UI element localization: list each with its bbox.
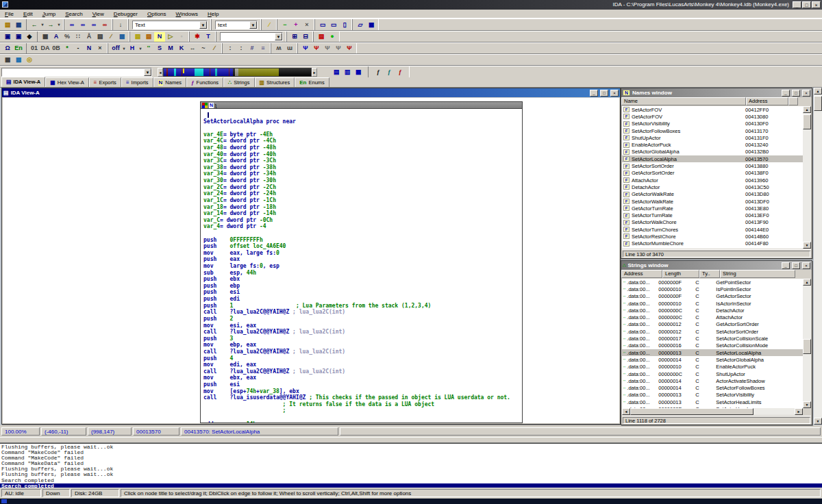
- app-title-bar[interactable]: IDA - C:\Program Files\LucasArts\Monkey …: [0, 0, 822, 10]
- window-vtile-icon[interactable]: ▯: [339, 20, 350, 29]
- calculator-icon[interactable]: ▦: [2, 55, 13, 65]
- delete-icon[interactable]: ×: [301, 20, 312, 29]
- call-graph-icon[interactable]: Ψ: [311, 44, 322, 53]
- strings-row[interactable]: ∙∙.data:00...00000017CSetActorCollisionS…: [622, 335, 803, 342]
- scroll-thumb[interactable]: [803, 339, 811, 354]
- search-next-icon[interactable]: ∞: [77, 20, 88, 29]
- print-icon[interactable]: ▤: [95, 32, 105, 42]
- names-row[interactable]: FSetActorTurnChores004144E0: [622, 226, 803, 233]
- names-row[interactable]: FSetActorGlobalAlpha004132B0: [622, 149, 803, 155]
- search-error-icon[interactable]: ∞: [99, 20, 110, 29]
- names-row[interactable]: FSetActorMumbleChore00414F80: [622, 240, 803, 247]
- code-line[interactable]: [203, 112, 522, 118]
- scroll-left-arrow[interactable]: ◄: [622, 408, 630, 415]
- strings-row[interactable]: ∙∙.data:00...0000000FCGetPointSector: [622, 279, 803, 286]
- strings-row[interactable]: ∙∙.data:00...00000014CActorActivateShado…: [622, 377, 803, 384]
- strings-header-string[interactable]: String: [720, 270, 795, 278]
- palette-icon[interactable]: ▩: [116, 32, 127, 42]
- code-line[interactable]: push 3: [203, 336, 522, 342]
- code-line[interactable]: var_C= dword ptr -0Ch: [203, 217, 522, 224]
- names-close-button[interactable]: ×: [802, 90, 810, 97]
- menu-file[interactable]: File: [0, 10, 18, 18]
- names-row[interactable]: FSetActorSortOrder00413880: [622, 162, 803, 169]
- strings-row[interactable]: ∙∙.data:00...00000013CSetActorLocalAlpha: [622, 349, 803, 356]
- strings-row[interactable]: ∙∙.data:00...00000010CIsActorInSector: [622, 300, 803, 307]
- search-icon[interactable]: ∞: [66, 20, 77, 29]
- nav-window3-icon[interactable]: ▦: [353, 67, 364, 77]
- back-drop-icon[interactable]: ▾: [40, 20, 45, 29]
- rename-icon[interactable]: N: [84, 44, 95, 53]
- names-title-bar[interactable]: N Names window _ □ ×: [621, 88, 812, 97]
- code-line[interactable]: var_34= dword ptr -34h: [203, 171, 522, 177]
- page-curl-icon[interactable]: ▷: [165, 32, 176, 42]
- edit-pen-icon[interactable]: ∕: [209, 44, 220, 53]
- strings-row[interactable]: ∙∙.data:00...0000000CCDetachActor: [622, 307, 803, 314]
- tab-hex-view-a[interactable]: ▦Hex View-A: [45, 77, 89, 87]
- tab-structures[interactable]: ▥Structures: [255, 77, 295, 87]
- function-red-icon[interactable]: f: [395, 67, 406, 77]
- code-line[interactable]: push offset loc_4A6E40: [203, 243, 522, 250]
- disassembly-listing[interactable]: SetActorLocalAlpha proc near var_4E= byt…: [201, 110, 522, 423]
- names-row[interactable]: FAttachActor00413960: [622, 177, 803, 184]
- flowchart-icon[interactable]: Ψ: [300, 44, 311, 53]
- colon2-icon[interactable]: :: [236, 44, 247, 53]
- code-line[interactable]: push 2: [203, 316, 522, 323]
- output-line[interactable]: Flushing buffers, please wait...ok: [0, 472, 822, 477]
- code-line[interactable]: call ?lua_lua2C@@YAIH@Z ; lua_lua2C(int): [203, 329, 522, 336]
- offset-icon[interactable]: off: [110, 44, 121, 53]
- code-line[interactable]: var_4= dword ptr -4: [203, 223, 522, 230]
- flash-icon[interactable]: ∕: [264, 20, 275, 29]
- output-line[interactable]: Command "MakeData" failed: [0, 461, 822, 466]
- forward-icon[interactable]: →: [45, 20, 56, 29]
- names-row[interactable]: FSetActorFOV00412FF0: [622, 106, 803, 113]
- open-file-icon[interactable]: ▤: [2, 20, 13, 29]
- strings-restore-button[interactable]: □: [792, 262, 800, 269]
- strings-row[interactable]: ∙∙.data:00...00000013CSetActorHeadLimits: [622, 399, 803, 405]
- dots-icon[interactable]: ◦: [176, 32, 187, 42]
- strings-row[interactable]: ∙∙.data:00...0000000CCAttachActor: [622, 314, 803, 320]
- address-combo-arrow[interactable]: ▼: [275, 33, 282, 40]
- names-row[interactable]: FShutUpActor004131F0: [622, 134, 803, 141]
- colon1-icon[interactable]: :: [225, 44, 236, 53]
- strings-row[interactable]: ∙∙.data:00...00000014CSetActorFollowBoxe…: [622, 384, 803, 391]
- ida-view-title-bar[interactable]: ▤ IDA View-A _ □ ×: [2, 88, 620, 97]
- window-cascade-icon[interactable]: ▭: [317, 20, 328, 29]
- code-line[interactable]: push ebx: [203, 276, 522, 283]
- code-line[interactable]: mov edi, eax: [203, 362, 522, 368]
- names-row[interactable]: FSetActorLocalAlpha00413570: [622, 155, 803, 162]
- strings-row[interactable]: ∙∙.data:00...00000012CSetActorSortOrder: [622, 328, 803, 335]
- function-teal-icon[interactable]: f: [384, 67, 395, 77]
- code-line[interactable]: var_14= dword ptr -14h: [203, 210, 522, 217]
- search-text-combo[interactable]: Text▼: [132, 21, 208, 29]
- window-grid-icon[interactable]: ▦: [366, 20, 377, 29]
- code-line[interactable]: ; It returns false if the data is a LUA …: [203, 401, 522, 408]
- menu-help[interactable]: Help: [203, 10, 223, 18]
- code-line[interactable]: sub esp, 44h: [203, 270, 522, 277]
- output-line[interactable]: Command "MakeCode" failed: [0, 455, 822, 461]
- disassembly-canvas[interactable]: N ʅ SetActorLocalAlpha proc near var_4E=…: [3, 98, 619, 423]
- output-window-grip[interactable]: [0, 437, 822, 443]
- undefine-icon[interactable]: ×: [95, 44, 105, 53]
- add-icon[interactable]: +: [290, 20, 301, 29]
- node-diamond-icon[interactable]: ◆: [24, 32, 35, 42]
- strings-row[interactable]: ∙∙.data:00...0000000FCGetActorSector: [622, 293, 803, 300]
- ida-view-minimize-button[interactable]: _: [590, 90, 598, 97]
- nav-band-right-arrow[interactable]: ▸: [312, 68, 317, 77]
- code-line[interactable]: var_4C= dword ptr -4Ch: [203, 138, 522, 144]
- names-row[interactable]: FSetActorFollowBoxes00413170: [622, 127, 803, 134]
- crossref-icon[interactable]: ∷: [73, 32, 84, 42]
- code-line[interactable]: call ?lua_isuserdata@@YAHI@Z ; This chec…: [203, 394, 522, 401]
- address-combo[interactable]: ▼: [220, 32, 283, 41]
- code-line[interactable]: var_24= dword ptr -24h: [203, 190, 522, 197]
- tab-strings[interactable]: ∴Strings: [223, 77, 254, 87]
- names-header-name[interactable]: Name: [621, 97, 746, 105]
- code-line[interactable]: var_1C= dword ptr -1Ch: [203, 197, 522, 204]
- names-vscrollbar[interactable]: ▲▼: [803, 106, 811, 249]
- code-line[interactable]: var_38= dword ptr -38h: [203, 164, 522, 171]
- names-header-address[interactable]: Address: [746, 97, 788, 105]
- code-line[interactable]: [203, 414, 522, 421]
- highlight-combo[interactable]: text▼: [215, 21, 258, 29]
- string-icon[interactable]: S: [154, 44, 165, 53]
- code-line[interactable]: var_30= dword ptr -30h: [203, 177, 522, 184]
- scroll-up-arrow[interactable]: ▲: [803, 106, 811, 113]
